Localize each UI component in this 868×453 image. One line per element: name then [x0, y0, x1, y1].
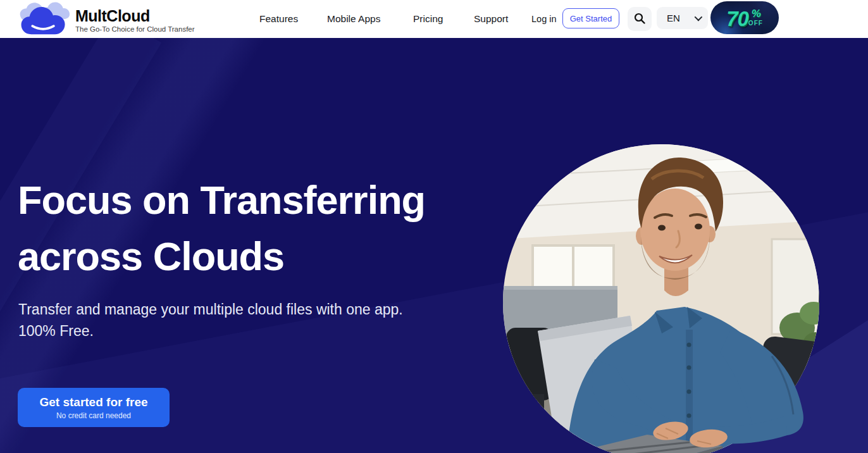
promo-discount-badge[interactable]: 70 % OFF: [710, 1, 779, 34]
hero-photo-man-at-laptop: [500, 141, 829, 453]
hero-heading: Focus on Transferring across Clouds: [18, 172, 511, 285]
hero-section: Focus on Transferring across Clouds Tran…: [0, 38, 868, 453]
get-started-free-button[interactable]: Get started for free No credit card need…: [18, 388, 170, 427]
hero-subtitle-line2: 100% Free.: [18, 323, 94, 339]
search-icon: [633, 12, 646, 27]
nav-item-mobile-apps[interactable]: Mobile Apps: [327, 0, 380, 38]
nav-item-features[interactable]: Features: [259, 0, 298, 38]
language-selected: EN: [667, 13, 680, 23]
cloud-logo-icon: [17, 1, 70, 39]
language-selector[interactable]: EN: [657, 7, 708, 29]
get-started-button[interactable]: Get Started: [562, 8, 619, 28]
hero-heading-line1: Focus on Transferring: [18, 178, 425, 222]
chevron-down-icon: [695, 13, 703, 22]
hero-heading-line2: across Clouds: [18, 234, 284, 278]
promo-percent-sign: %: [752, 8, 761, 19]
hero-subtitle: Transfer and manage your multiple cloud …: [18, 299, 461, 342]
hero-subtitle-line1: Transfer and manage your multiple cloud …: [18, 301, 403, 318]
cta-sublabel: No credit card needed: [56, 411, 131, 420]
nav-item-pricing[interactable]: Pricing: [413, 0, 443, 38]
login-link[interactable]: Log in: [531, 0, 557, 38]
nav-item-support[interactable]: Support: [474, 0, 508, 38]
logo[interactable]: MultCloud The Go-To Choice for Cloud Tra…: [17, 1, 195, 39]
search-button[interactable]: [628, 7, 652, 31]
promo-off-label: OFF: [748, 20, 763, 27]
promo-discount-text: 70 % OFF: [726, 8, 763, 29]
promo-percent-value: 70: [726, 8, 748, 29]
logo-name[interactable]: MultCloud: [75, 8, 195, 24]
top-navigation-bar: MultCloud The Go-To Choice for Cloud Tra…: [0, 0, 868, 38]
cta-label: Get started for free: [39, 395, 147, 410]
logo-tagline: The Go-To Choice for Cloud Transfer: [75, 25, 195, 33]
